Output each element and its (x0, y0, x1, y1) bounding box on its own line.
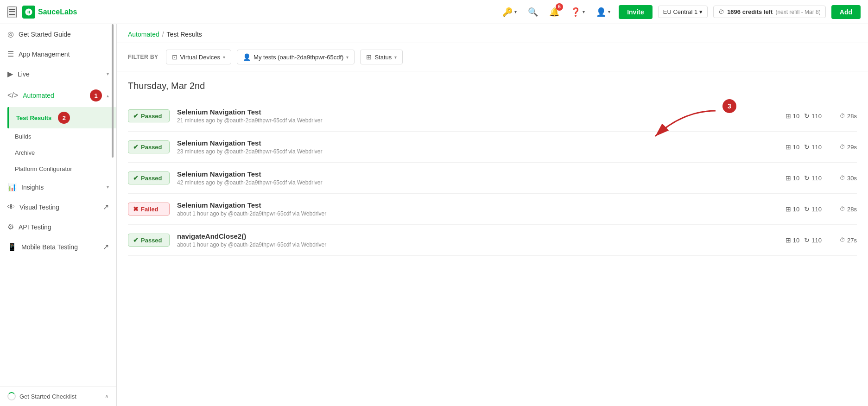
credits-info: ⏱ 1696 credits left (next refill - Mar 8… (713, 6, 826, 18)
sidebar-item-label: API Testing (19, 223, 109, 231)
external-link-icon: ↗ (103, 242, 109, 251)
test-name[interactable]: Selenium Navigation Test (177, 139, 778, 147)
browser-icon: ↻ (804, 174, 810, 182)
search-btn[interactable]: 🔍 (525, 4, 541, 20)
annotation-1: 1 (90, 89, 102, 102)
status-filter-label: Status (374, 54, 392, 61)
credits-label: 1696 credits left (727, 8, 773, 15)
test-meta: 21 minutes ago by @oauth-2da9thpwr-65cdf… (177, 117, 778, 124)
browser-version: 110 (811, 144, 822, 151)
credits-refill: (next refill - Mar 8) (775, 9, 820, 15)
browser-info: ↻ 110 (804, 236, 822, 244)
status-icon: ⊞ (366, 53, 372, 61)
sidebar-item-label: Insights (21, 184, 102, 191)
os-version: 10 (793, 113, 799, 120)
key-icon-btn[interactable]: 🔑 ▾ (500, 4, 520, 20)
test-info: Selenium Navigation Test 23 minutes ago … (177, 139, 778, 155)
status-label: Passed (141, 237, 162, 244)
devices-filter[interactable]: ⊡ Virtual Devices ▾ (166, 50, 231, 64)
os-info: ⊞ 10 (786, 174, 799, 182)
table-row[interactable]: ✔ Passed Selenium Navigation Test 23 min… (128, 132, 857, 163)
sidebar-item-api-testing[interactable]: ⚙ API Testing (0, 217, 116, 237)
add-button[interactable]: Add (831, 5, 861, 19)
status-label: Passed (141, 113, 162, 120)
help-btn[interactable]: ❓ ▾ (568, 4, 588, 20)
status-label: Passed (141, 175, 162, 182)
test-name[interactable]: Selenium Navigation Test (177, 201, 778, 209)
sidebar-item-insights[interactable]: 📊 Insights ▾ (0, 177, 116, 197)
sidebar-subitem-test-results[interactable]: Test Results 2 (7, 107, 116, 128)
table-row[interactable]: ✖ Failed Selenium Navigation Test about … (128, 194, 857, 225)
sidebar-subitem-archive[interactable]: Archive (7, 145, 116, 161)
windows-icon: ⊞ (786, 112, 791, 120)
test-info: navigateAndClose2() about 1 hour ago by … (177, 232, 778, 248)
sidebar-item-get-started[interactable]: ◎ Get Started Guide (0, 24, 116, 44)
sidebar-item-mobile-beta[interactable]: 📱 Mobile Beta Testing ↗ (0, 237, 116, 257)
sidebar-subitem-builds[interactable]: Builds (7, 128, 116, 145)
check-icon: ✔ (133, 143, 139, 151)
devices-icon: ⊡ (172, 53, 177, 61)
user-btn[interactable]: 👤 ▾ (593, 4, 613, 20)
table-row[interactable]: ✔ Passed navigateAndClose2() about 1 hou… (128, 225, 857, 256)
test-info: Selenium Navigation Test 42 minutes ago … (177, 170, 778, 186)
sidebar-item-visual-testing[interactable]: 👁 Visual Testing ↗ (0, 197, 116, 217)
test-meta: about 1 hour ago by @oauth-2da9thpwr-65c… (177, 241, 778, 248)
user-filter[interactable]: 👤 My tests (oauth-2da9thpwr-65cdf) ▾ (237, 50, 355, 64)
test-duration: ⏱ 27s (829, 237, 857, 244)
subitem-label: Test Results (16, 114, 51, 121)
chevron-down-icon: ▾ (346, 55, 348, 60)
table-row[interactable]: ✔ Passed Selenium Navigation Test 42 min… (128, 163, 857, 194)
test-info: Selenium Navigation Test 21 minutes ago … (177, 108, 778, 124)
insights-icon: 📊 (7, 183, 17, 191)
browser-icon: ↻ (804, 112, 810, 120)
region-selector[interactable]: EU Central 1 ▾ (658, 6, 708, 18)
sidebar-item-app-management[interactable]: ☰ App Management (0, 44, 116, 64)
sidebar-item-label: Visual Testing (19, 203, 98, 211)
sidebar-item-automated[interactable]: </> Automated 1 ▴ (0, 84, 116, 107)
region-label: EU Central 1 (663, 8, 697, 15)
filter-bar: FILTER BY ⊡ Virtual Devices ▾ 👤 My tests… (117, 43, 868, 71)
sidebar-subitem-platform-configurator[interactable]: Platform Configurator (7, 161, 116, 177)
test-name[interactable]: Selenium Navigation Test (177, 108, 778, 116)
browser-info: ↻ 110 (804, 174, 822, 182)
clock-icon: ⏱ (840, 206, 845, 212)
test-name[interactable]: Selenium Navigation Test (177, 170, 778, 178)
test-duration: ⏱ 30s (829, 175, 857, 182)
browser-icon: ↻ (804, 236, 810, 244)
sidebar-item-label: Automated (23, 92, 82, 99)
test-name[interactable]: navigateAndClose2() (177, 232, 778, 240)
sidebar-item-live[interactable]: ▶ Live ▾ (0, 64, 116, 84)
clock-icon: ⏱ (840, 113, 845, 119)
filter-by-label: FILTER BY (128, 54, 158, 60)
hamburger-menu[interactable]: ☰ (7, 6, 17, 18)
sidebar-item-label: Mobile Beta Testing (21, 243, 98, 251)
status-label: Passed (141, 144, 162, 151)
user-filter-label: My tests (oauth-2da9thpwr-65cdf) (253, 54, 343, 61)
status-badge: ✔ Passed (128, 140, 170, 153)
top-header: ☰ SauceLabs 🔑 ▾ 🔍 🔔 6 ❓ ▾ 👤 ▾ Invite EU … (0, 0, 868, 24)
status-badge: ✔ Passed (128, 234, 170, 247)
breadcrumb-parent[interactable]: Automated (128, 31, 159, 38)
get-started-checklist[interactable]: Get Started Checklist ∧ (0, 386, 116, 406)
status-badge: ✖ Failed (128, 203, 170, 216)
status-filter[interactable]: ⊞ Status ▾ (360, 50, 403, 64)
subitem-label: Platform Configurator (15, 165, 72, 172)
chevron-down-icon: ▾ (223, 55, 225, 60)
visual-icon: 👁 (7, 203, 15, 211)
duration-value: 30s (847, 175, 857, 182)
invite-button[interactable]: Invite (619, 5, 653, 19)
table-row[interactable]: ✔ Passed Selenium Navigation Test 21 min… (128, 101, 857, 132)
windows-icon: ⊞ (786, 143, 791, 151)
notification-badge: 6 (556, 3, 563, 11)
os-version: 10 (793, 144, 799, 151)
test-platform: ⊞ 10 ↻ 110 (786, 143, 822, 151)
breadcrumb: Automated / Test Results (117, 24, 868, 43)
sidebar-item-label: Live (18, 70, 102, 78)
breadcrumb-current: Test Results (167, 31, 202, 38)
loading-spinner (7, 392, 16, 400)
clock-icon: ⏱ (718, 8, 724, 15)
chevron-up-icon: ▴ (107, 93, 109, 98)
x-icon: ✖ (133, 205, 139, 213)
subitem-label: Archive (15, 149, 35, 156)
check-icon: ✔ (133, 112, 139, 120)
